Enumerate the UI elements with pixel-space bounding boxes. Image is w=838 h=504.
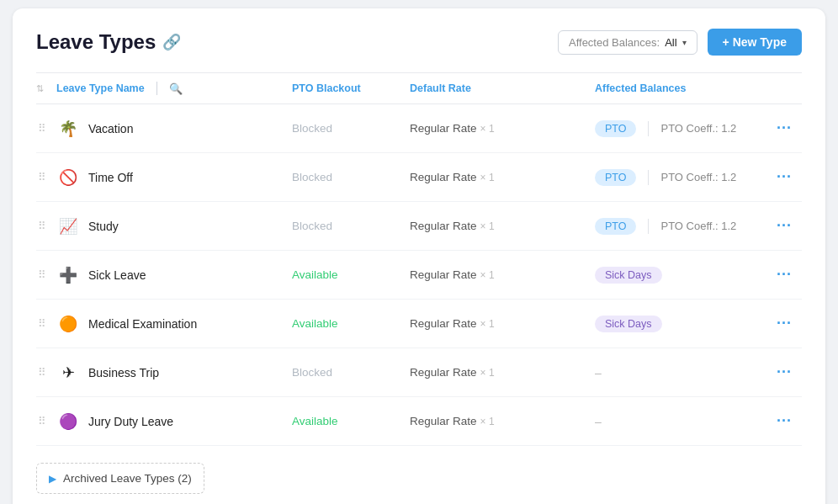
row-name: 🟠 Medical Examination bbox=[56, 315, 292, 333]
table-body: ⠿ 🌴 Vacation Blocked Regular Rate × 1 PT… bbox=[36, 104, 802, 446]
drag-handle[interactable]: ⠿ bbox=[36, 171, 56, 183]
rate-multiplier: × 1 bbox=[480, 416, 495, 427]
table-header: ⇅ Leave Type Name 🔍 PTO Blackout Default… bbox=[36, 73, 802, 104]
row-actions: ··· bbox=[772, 311, 802, 336]
filter-label: Affected Balances: bbox=[569, 36, 660, 49]
coeff-text: PTO Coeff.: 1.2 bbox=[660, 171, 736, 183]
rate-label: Regular Rate bbox=[410, 317, 477, 330]
row-name: 🌴 Vacation bbox=[56, 119, 292, 138]
pto-status: Available bbox=[292, 268, 410, 281]
rate-column-header: Default Rate bbox=[410, 82, 595, 94]
drag-handle[interactable]: ⠿ bbox=[36, 415, 56, 427]
coeff-text: PTO Coeff.: 1.2 bbox=[660, 122, 736, 135]
filter-value: All bbox=[665, 36, 676, 49]
no-balance: – bbox=[595, 366, 602, 379]
archived-chevron-icon: ▶ bbox=[49, 473, 56, 485]
drag-handle[interactable]: ⠿ bbox=[36, 317, 56, 330]
more-options-button[interactable]: ··· bbox=[772, 263, 797, 287]
rate-label: Regular Rate bbox=[410, 268, 477, 281]
no-balance: – bbox=[595, 415, 602, 428]
default-rate: Regular Rate × 1 bbox=[410, 366, 595, 379]
pto-badge: PTO bbox=[595, 120, 636, 137]
row-actions: ··· bbox=[772, 263, 802, 287]
table-row[interactable]: ⠿ 🟠 Medical Examination Available Regula… bbox=[36, 300, 802, 348]
more-options-button[interactable]: ··· bbox=[772, 360, 797, 385]
drag-handle[interactable]: ⠿ bbox=[36, 366, 56, 379]
default-rate: Regular Rate × 1 bbox=[410, 317, 595, 330]
more-options-button[interactable]: ··· bbox=[772, 311, 797, 336]
archived-leave-types-row[interactable]: ▶ Archived Leave Types (2) bbox=[36, 463, 204, 494]
pto-status: Blocked bbox=[292, 220, 410, 232]
rate-label: Regular Rate bbox=[410, 122, 477, 135]
drag-handle[interactable]: ⠿ bbox=[36, 268, 56, 281]
affected-balance: PTOPTO Coeff.: 1.2 bbox=[595, 218, 772, 235]
pto-status: Blocked bbox=[292, 171, 410, 183]
link-icon[interactable]: 🔗 bbox=[162, 33, 181, 51]
table-row[interactable]: ⠿ ✈ Business Trip Blocked Regular Rate ×… bbox=[36, 348, 802, 397]
rate-label: Regular Rate bbox=[410, 171, 477, 183]
balance-column-header: Affected Balances bbox=[595, 82, 772, 94]
name-separator bbox=[156, 82, 157, 95]
rate-multiplier: × 1 bbox=[480, 318, 495, 330]
leave-type-icon: 🌴 bbox=[56, 119, 80, 138]
leave-types-card: Leave Types 🔗 Affected Balances: All ▾ +… bbox=[13, 8, 825, 504]
affected-balances-filter[interactable]: Affected Balances: All ▾ bbox=[558, 30, 697, 55]
leave-type-icon: ➕ bbox=[56, 266, 80, 284]
table-row[interactable]: ⠿ ➕ Sick Leave Available Regular Rate × … bbox=[36, 251, 802, 300]
affected-balance: Sick Days bbox=[595, 316, 772, 332]
name-column-header: Leave Type Name 🔍 bbox=[56, 82, 292, 95]
table-row[interactable]: ⠿ 📈 Study Blocked Regular Rate × 1 PTOPT… bbox=[36, 202, 802, 251]
table-row[interactable]: ⠿ 🌴 Vacation Blocked Regular Rate × 1 PT… bbox=[36, 104, 802, 153]
drag-handle[interactable]: ⠿ bbox=[36, 122, 56, 135]
balance-separator bbox=[648, 121, 649, 136]
row-actions: ··· bbox=[772, 360, 802, 385]
row-name: 🟣 Jury Duty Leave bbox=[56, 412, 292, 431]
page-header: Leave Types 🔗 Affected Balances: All ▾ +… bbox=[36, 29, 802, 56]
coeff-text: PTO Coeff.: 1.2 bbox=[660, 220, 736, 232]
more-options-button[interactable]: ··· bbox=[772, 409, 797, 433]
affected-balance: Sick Days bbox=[595, 267, 772, 284]
pto-status: Blocked bbox=[292, 366, 410, 379]
row-name: ➕ Sick Leave bbox=[56, 266, 292, 284]
pto-column-header: PTO Blackout bbox=[292, 82, 410, 94]
more-options-button[interactable]: ··· bbox=[772, 116, 797, 141]
row-actions: ··· bbox=[772, 116, 802, 141]
archived-label: Archived Leave Types (2) bbox=[63, 472, 192, 485]
drag-handle[interactable]: ⠿ bbox=[36, 220, 56, 232]
header-right: Affected Balances: All ▾ + New Type bbox=[558, 29, 802, 56]
leave-types-table: ⇅ Leave Type Name 🔍 PTO Blackout Default… bbox=[36, 72, 802, 446]
more-options-button[interactable]: ··· bbox=[772, 165, 797, 189]
search-icon[interactable]: 🔍 bbox=[169, 82, 183, 95]
row-name: 🚫 Time Off bbox=[56, 168, 292, 187]
default-rate: Regular Rate × 1 bbox=[410, 268, 595, 281]
leave-type-name: Jury Duty Leave bbox=[88, 415, 173, 428]
sort-arrows-icon: ⇅ bbox=[36, 83, 44, 94]
new-type-button[interactable]: + New Type bbox=[708, 29, 802, 56]
default-rate: Regular Rate × 1 bbox=[410, 415, 595, 427]
affected-balance: – bbox=[595, 415, 772, 428]
leave-type-icon: 🚫 bbox=[56, 168, 80, 187]
rate-label: Regular Rate bbox=[410, 415, 477, 427]
rate-multiplier: × 1 bbox=[480, 123, 495, 135]
leave-type-icon: 📈 bbox=[56, 217, 80, 236]
row-actions: ··· bbox=[772, 214, 802, 238]
rate-label: Regular Rate bbox=[410, 366, 477, 379]
chevron-down-icon: ▾ bbox=[682, 38, 687, 47]
more-options-button[interactable]: ··· bbox=[772, 214, 797, 238]
pto-status: Available bbox=[292, 415, 410, 427]
rate-multiplier: × 1 bbox=[480, 367, 495, 379]
sort-column-header: ⇅ bbox=[36, 83, 56, 94]
row-name: ✈ Business Trip bbox=[56, 363, 292, 382]
balance-separator bbox=[648, 170, 649, 185]
pto-status: Available bbox=[292, 317, 410, 330]
leave-type-name: Business Trip bbox=[88, 366, 159, 379]
row-actions: ··· bbox=[772, 409, 802, 433]
pto-badge: PTO bbox=[595, 169, 636, 186]
affected-balance: PTOPTO Coeff.: 1.2 bbox=[595, 169, 772, 186]
rate-label: Regular Rate bbox=[410, 220, 477, 232]
rate-multiplier: × 1 bbox=[480, 172, 495, 183]
leave-type-name: Study bbox=[88, 220, 119, 233]
leave-type-name: Sick Leave bbox=[88, 268, 146, 282]
table-row[interactable]: ⠿ 🟣 Jury Duty Leave Available Regular Ra… bbox=[36, 397, 802, 446]
table-row[interactable]: ⠿ 🚫 Time Off Blocked Regular Rate × 1 PT… bbox=[36, 153, 802, 202]
